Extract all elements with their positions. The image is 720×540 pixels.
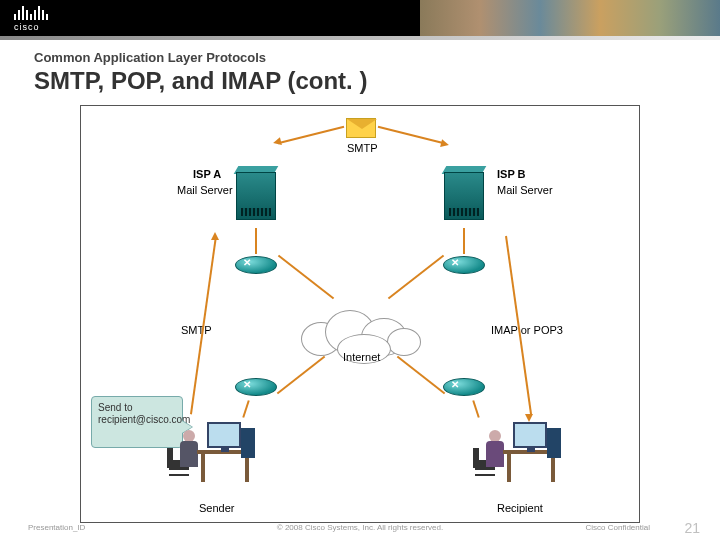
top-bar: cisco (0, 0, 720, 36)
page-number: 21 (684, 520, 700, 536)
brand-text: cisco (14, 22, 48, 32)
arrow-head-icon (211, 232, 219, 240)
arrow-head-icon (525, 414, 533, 422)
arrow-line (378, 126, 444, 144)
server-isp-a-icon (231, 166, 281, 226)
arrow-line (255, 228, 257, 254)
workstation-sender-icon (167, 416, 257, 496)
diagram: SMTP ISP A Mail Server ISP B Mail Server… (80, 105, 640, 523)
cisco-logo: cisco (14, 4, 48, 32)
envelope-icon (346, 118, 376, 138)
arrow-line (278, 255, 334, 300)
arrow-head-icon (440, 139, 450, 149)
confidential-text: Cisco Confidential (586, 523, 650, 532)
top-protocol-label: SMTP (347, 142, 378, 154)
workstation-recipient-icon (473, 416, 563, 496)
isp-b-name: ISP B (497, 168, 526, 180)
presentation-id: Presentation_ID (28, 523, 85, 532)
eyebrow-text: Common Application Layer Protocols (34, 50, 686, 65)
router-icon: ✕ (235, 376, 277, 400)
router-icon: ✕ (235, 254, 277, 278)
left-protocol-label: SMTP (181, 324, 212, 336)
people-banner-image (420, 0, 720, 36)
right-protocol-label: IMAP or POP3 (491, 324, 563, 336)
server-isp-b-icon (439, 166, 489, 226)
arrow-line (278, 126, 344, 144)
page-title: SMTP, POP, and IMAP (cont. ) (34, 67, 686, 95)
isp-a-role: Mail Server (177, 184, 233, 196)
router-icon: ✕ (443, 254, 485, 278)
cloud-label: Internet (343, 351, 380, 363)
isp-b-role: Mail Server (497, 184, 553, 196)
copyright-text: © 2008 Cisco Systems, Inc. All rights re… (277, 523, 443, 532)
arrow-head-icon (272, 137, 282, 147)
isp-a-name: ISP A (193, 168, 221, 180)
arrow-line (388, 255, 444, 300)
sender-label: Sender (199, 502, 234, 514)
arrow-line (463, 228, 465, 254)
recipient-label: Recipient (497, 502, 543, 514)
footer: Presentation_ID © 2008 Cisco Systems, In… (0, 514, 720, 540)
title-block: Common Application Layer Protocols SMTP,… (0, 40, 720, 99)
router-icon: ✕ (443, 376, 485, 400)
cisco-bars-icon (14, 4, 48, 20)
